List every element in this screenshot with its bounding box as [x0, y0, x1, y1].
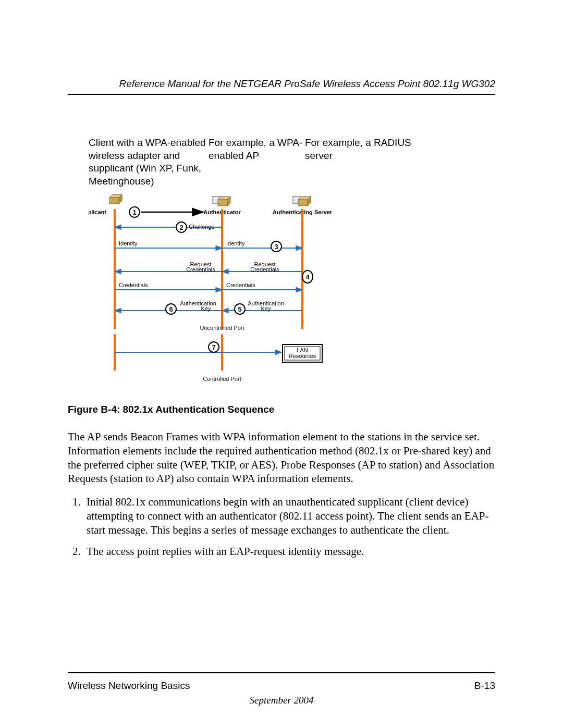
svg-rect-8 [298, 200, 308, 206]
figure-diagram: Supplicant Authenticator Authenticating … [89, 193, 354, 393]
label-uncontrolled-port: Uncontrolled Port [200, 325, 244, 331]
step1-num: 1 [132, 208, 136, 216]
lan-label-2: Resources [289, 353, 316, 359]
figure-caption: Figure B-4: 802.1x Authentication Sequen… [68, 404, 495, 415]
svg-rect-0 [109, 198, 119, 204]
label-reqcred-1b: Credentials [186, 266, 215, 273]
footer-section: Wireless Networking Basics [68, 680, 190, 692]
document-page: Reference Manual for the NETGEAR ProSafe… [0, 0, 563, 728]
body-ordered-list: Initial 802.1x communications begin with… [68, 495, 495, 559]
svg-rect-4 [218, 200, 227, 206]
footer-row: Wireless Networking Basics B-13 [68, 680, 495, 692]
supplicant-icon [109, 194, 122, 204]
label-controlled-port: Controlled Port [203, 376, 241, 382]
step5-num: 5 [238, 305, 241, 313]
body-paragraph-1: The AP sends Beacon Frames with WPA info… [68, 430, 495, 486]
label-identity-1: Identity [119, 240, 138, 246]
label-reqcred-2b: Credentials [250, 266, 279, 273]
authenticator-icon [213, 196, 230, 206]
label-authkey-2b: Key [261, 305, 271, 312]
annot-supplicant: Client with a WPA-enabled wireless adapt… [89, 137, 209, 188]
label-cred-2: Credentials [226, 282, 255, 288]
step3-num: 3 [274, 243, 278, 251]
annot-server: For example, a RADIUS server [305, 137, 420, 188]
label-supplicant: Supplicant [89, 209, 106, 215]
step6-num: 6 [169, 305, 173, 313]
server-icon [293, 196, 311, 206]
label-challenge: Challenge [189, 224, 215, 230]
figure-annotation-row: Client with a WPA-enabled wireless adapt… [89, 137, 495, 188]
label-identity-2: Identity [226, 240, 245, 246]
annot-authenticator: For example, a WPA-enabled AP [209, 137, 305, 188]
step2-num: 2 [179, 224, 183, 231]
list-item: Initial 802.1x communications begin with… [83, 495, 495, 537]
step7-num: 7 [212, 343, 215, 351]
running-header: Reference Manual for the NETGEAR ProSafe… [68, 78, 495, 95]
step4-num: 4 [305, 273, 310, 281]
footer-rule [68, 672, 495, 673]
footer-date: September 2004 [0, 695, 563, 706]
label-authkey-1b: Key [201, 305, 211, 312]
footer-page-number: B-13 [474, 680, 495, 692]
label-cred-1: Credentials [119, 282, 148, 288]
list-item: The access point replies with an EAP-req… [83, 545, 495, 559]
